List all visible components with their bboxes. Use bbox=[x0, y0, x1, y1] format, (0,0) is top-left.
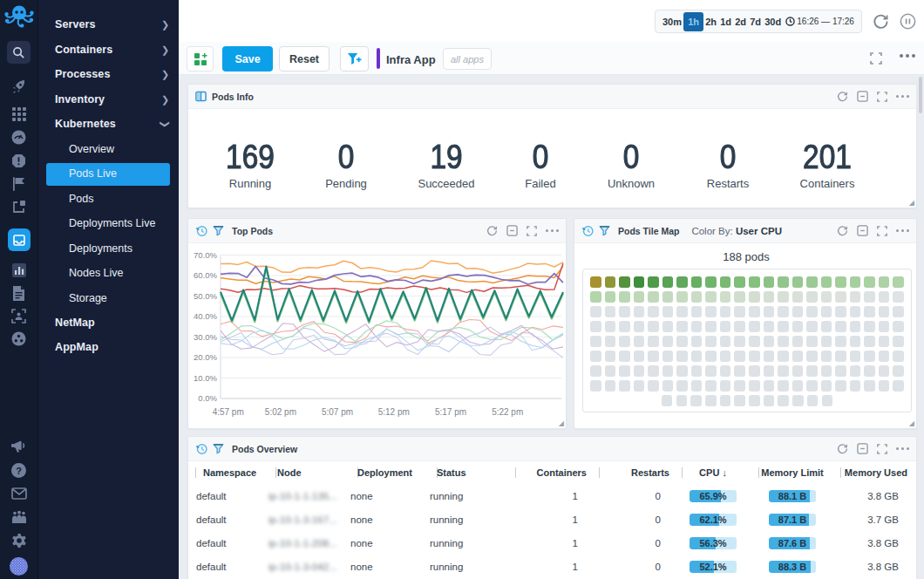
svg-text:5:07 pm: 5:07 pm bbox=[322, 407, 353, 417]
svg-text:50.0%: 50.0% bbox=[194, 291, 217, 301]
svg-text:20.0%: 20.0% bbox=[194, 352, 217, 362]
svg-text:70.0%: 70.0% bbox=[194, 250, 217, 260]
svg-text:5:02 pm: 5:02 pm bbox=[265, 407, 296, 417]
svg-text:30.0%: 30.0% bbox=[194, 332, 217, 342]
svg-text:?: ? bbox=[16, 466, 22, 476]
svg-text:5:12 pm: 5:12 pm bbox=[378, 407, 410, 417]
svg-text:5:17 pm: 5:17 pm bbox=[435, 407, 466, 417]
svg-text:60.0%: 60.0% bbox=[194, 270, 217, 280]
svg-text:4:57 pm: 4:57 pm bbox=[213, 407, 244, 417]
svg-text:40.0%: 40.0% bbox=[194, 311, 217, 321]
svg-text:10.0%: 10.0% bbox=[194, 373, 217, 383]
svg-text:0.0%: 0.0% bbox=[198, 393, 217, 403]
svg-text:5:22 pm: 5:22 pm bbox=[492, 407, 523, 417]
